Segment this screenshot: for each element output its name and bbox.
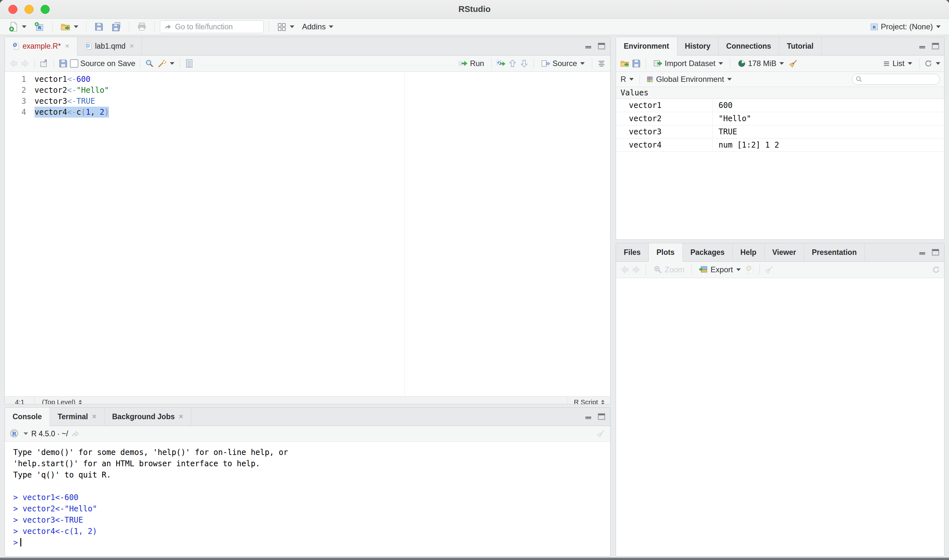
memory-usage-button[interactable]: 178 MiB (735, 58, 787, 69)
tab-tutorial[interactable]: Tutorial (779, 37, 822, 55)
code-editor[interactable]: 1vector1<-6002vector2<-"Hello"3vector3<-… (5, 72, 610, 396)
close-icon[interactable]: × (179, 412, 183, 421)
next-plot-icon[interactable] (632, 265, 641, 274)
minimize-pane-icon[interactable] (918, 248, 927, 257)
language-selector[interactable]: R (621, 75, 634, 84)
scope-selector[interactable]: (Top Level) (35, 398, 82, 405)
export-plot-button[interactable]: Export (696, 263, 743, 276)
save-workspace-icon[interactable] (632, 58, 641, 68)
environment-selector[interactable]: Global Environment (646, 75, 732, 84)
tab-example-r[interactable]: R example.R* × (5, 37, 77, 55)
tab-help[interactable]: Help (733, 243, 765, 261)
clear-all-plots-icon[interactable] (764, 265, 774, 274)
chevron-down-icon[interactable] (23, 432, 28, 435)
addins-label: Addins (302, 22, 325, 31)
environment-entry-row[interactable]: vector1600 (616, 99, 944, 112)
run-button[interactable]: Run (456, 57, 487, 69)
back-icon[interactable] (9, 58, 18, 68)
minimize-pane-icon[interactable] (584, 42, 593, 50)
line-number: 1 (5, 74, 34, 85)
save-all-button[interactable] (109, 21, 124, 33)
file-type-selector[interactable]: R Script (568, 397, 610, 405)
remove-plot-icon[interactable] (745, 265, 755, 274)
workspace: R example.R* × lab1.qmd × (0, 35, 949, 560)
maximize-pane-icon[interactable] (597, 42, 606, 50)
list-view-button[interactable]: List (880, 58, 915, 69)
rstudio-window: RStudio R (0, 0, 949, 560)
go-to-previous-icon[interactable] (508, 58, 518, 68)
code-line[interactable]: 3vector3<-TRUE (5, 96, 610, 107)
run-label: Run (470, 59, 484, 68)
tab-terminal[interactable]: Terminal × (50, 408, 105, 426)
close-icon[interactable]: × (92, 412, 96, 421)
memory-pie-icon (738, 59, 746, 68)
tab-presentation[interactable]: Presentation (804, 243, 864, 261)
new-project-button[interactable]: R (32, 20, 47, 33)
open-in-window-icon[interactable] (39, 58, 49, 68)
tab-console[interactable]: Console (5, 408, 50, 426)
print-button[interactable] (134, 21, 149, 33)
environment-entry-row[interactable]: vector3TRUE (616, 125, 944, 138)
environment-search-input[interactable] (864, 75, 927, 83)
tab-lab1-qmd[interactable]: lab1.qmd × (77, 37, 142, 55)
project-menu[interactable]: R Project: (None) (867, 21, 943, 33)
tab-label: example.R* (23, 42, 61, 51)
refresh-icon[interactable] (932, 266, 940, 274)
divider (154, 22, 155, 32)
rerun-icon[interactable] (496, 58, 506, 68)
environment-entry-row[interactable]: vector4num [1:2] 1 2 (616, 138, 944, 152)
load-workspace-icon[interactable] (620, 58, 630, 68)
search-icon (855, 76, 863, 83)
goto-file-input[interactable] (174, 22, 250, 32)
console-output-line: 'help.start()' for an HTML browser inter… (13, 458, 610, 469)
save-icon[interactable] (59, 58, 68, 68)
console-prompt[interactable]: > (13, 537, 610, 548)
code-line[interactable]: 1vector1<-600 (5, 74, 610, 85)
chevron-down-icon (780, 62, 784, 65)
tab-environment[interactable]: Environment (616, 37, 677, 55)
console-output[interactable]: Type 'demo()' for some demos, 'help()' f… (5, 442, 610, 548)
new-file-button[interactable] (6, 20, 29, 33)
previous-plot-icon[interactable] (620, 265, 630, 274)
view-working-dir-icon[interactable] (71, 429, 80, 438)
compile-report-icon[interactable] (184, 58, 194, 68)
save-button[interactable] (92, 21, 106, 33)
close-icon[interactable]: × (129, 42, 134, 50)
addins-menu[interactable]: Addins (299, 21, 336, 32)
maximize-pane-icon[interactable] (931, 248, 940, 257)
tab-plots[interactable]: Plots (648, 243, 682, 262)
pane-layout-button[interactable] (274, 21, 297, 33)
zoom-plot-button[interactable]: Zoom (650, 263, 687, 276)
maximize-pane-icon[interactable] (931, 42, 940, 50)
tab-label: lab1.qmd (95, 42, 126, 51)
tab-viewer[interactable]: Viewer (765, 243, 804, 261)
console-output-line: Type 'demo()' for some demos, 'help()' f… (13, 447, 610, 458)
tab-history[interactable]: History (677, 37, 718, 55)
clear-console-icon[interactable] (596, 429, 606, 438)
open-file-button[interactable] (58, 20, 81, 33)
import-dataset-button[interactable]: Import Dataset (650, 57, 726, 69)
minimize-pane-icon[interactable] (584, 412, 593, 421)
close-icon[interactable]: × (65, 42, 69, 50)
environment-entry-row[interactable]: vector2"Hello" (616, 112, 944, 125)
chevron-down-icon[interactable] (936, 62, 940, 65)
tab-connections[interactable]: Connections (718, 37, 779, 55)
refresh-icon[interactable] (924, 59, 932, 68)
tab-files[interactable]: Files (616, 243, 649, 261)
r-logo-icon: R (9, 429, 19, 438)
source-on-save-checkbox[interactable] (70, 59, 79, 68)
code-line[interactable]: 4vector4<-c(1, 2) (5, 107, 610, 118)
maximize-pane-icon[interactable] (597, 412, 606, 421)
document-outline-icon[interactable] (597, 58, 606, 68)
forward-icon[interactable] (20, 58, 30, 68)
tab-background-jobs[interactable]: Background Jobs × (105, 408, 191, 426)
tab-packages[interactable]: Packages (683, 243, 733, 261)
code-line[interactable]: 2vector2<-"Hello" (5, 85, 610, 96)
go-to-next-icon[interactable] (519, 58, 529, 68)
code-lines: 1vector1<-6002vector2<-"Hello"3vector3<-… (5, 74, 610, 118)
clear-environment-icon[interactable] (789, 58, 798, 68)
source-button[interactable]: Source (538, 57, 587, 69)
find-icon[interactable] (145, 58, 154, 68)
minimize-pane-icon[interactable] (918, 42, 927, 50)
code-tools-button[interactable] (156, 58, 175, 68)
